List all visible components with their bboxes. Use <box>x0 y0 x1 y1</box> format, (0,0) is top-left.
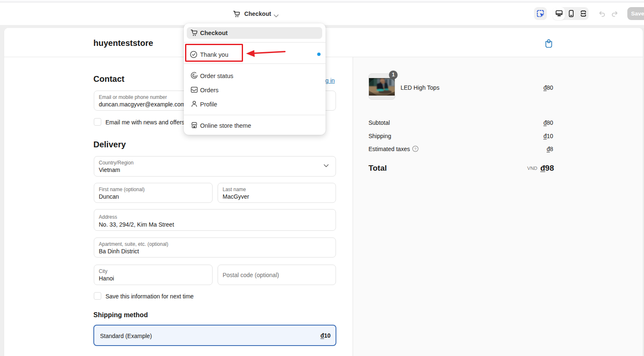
svg-text:?: ? <box>414 146 416 151</box>
